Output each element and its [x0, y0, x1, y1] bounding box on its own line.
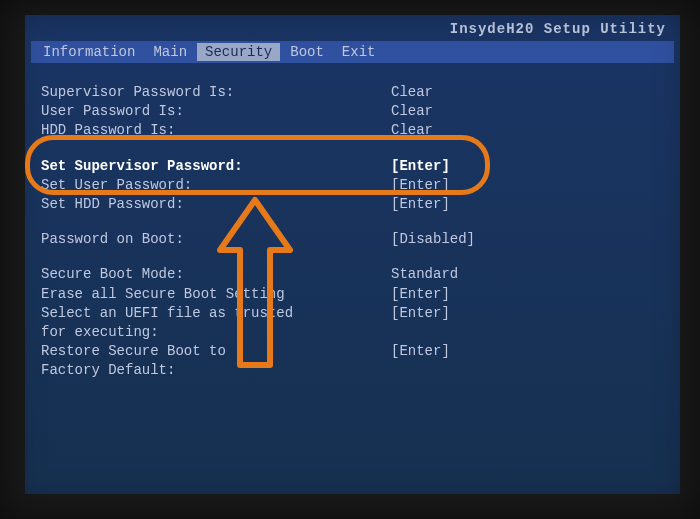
supervisor-status-value: Clear: [391, 83, 433, 101]
restore-secure-label-1: Restore Secure Boot to: [41, 342, 391, 360]
set-supervisor-value: [Enter]: [391, 157, 450, 175]
menu-information[interactable]: Information: [35, 43, 143, 61]
select-uefi-label-1: Select an UEFI file as trusted: [41, 304, 391, 322]
hdd-status-row: HDD Password Is: Clear: [41, 121, 664, 139]
restore-secure-row[interactable]: Restore Secure Boot to [Enter]: [41, 342, 664, 360]
secure-mode-value: Standard: [391, 265, 458, 283]
set-supervisor-row[interactable]: Set Supervisor Password: [Enter]: [41, 157, 664, 175]
select-uefi-label-2: for executing:: [41, 323, 391, 341]
bios-screen: InsydeH20 Setup Utility Information Main…: [25, 15, 680, 494]
user-status-row: User Password Is: Clear: [41, 102, 664, 120]
supervisor-status-row: Supervisor Password Is: Clear: [41, 83, 664, 101]
user-status-value: Clear: [391, 102, 433, 120]
pwd-on-boot-row[interactable]: Password on Boot: [Disabled]: [41, 230, 664, 248]
menu-bar: Information Main Security Boot Exit: [31, 41, 674, 63]
menu-security[interactable]: Security: [197, 43, 280, 61]
set-hdd-label: Set HDD Password:: [41, 195, 391, 213]
set-hdd-row[interactable]: Set HDD Password: [Enter]: [41, 195, 664, 213]
pwd-on-boot-value: [Disabled]: [391, 230, 475, 248]
erase-secure-label: Erase all Secure Boot Setting: [41, 285, 391, 303]
supervisor-status-label: Supervisor Password Is:: [41, 83, 391, 101]
set-user-row[interactable]: Set User Password: [Enter]: [41, 176, 664, 194]
pwd-on-boot-label: Password on Boot:: [41, 230, 391, 248]
hdd-status-value: Clear: [391, 121, 433, 139]
select-uefi-row[interactable]: Select an UEFI file as trusted [Enter]: [41, 304, 664, 322]
content-area: Supervisor Password Is: Clear User Passw…: [31, 63, 674, 390]
erase-secure-value: [Enter]: [391, 285, 450, 303]
restore-secure-label-2: Factory Default:: [41, 361, 391, 379]
set-hdd-value: [Enter]: [391, 195, 450, 213]
restore-secure-row-2: Factory Default:: [41, 361, 664, 379]
select-uefi-value: [Enter]: [391, 304, 450, 322]
secure-mode-label: Secure Boot Mode:: [41, 265, 391, 283]
secure-mode-row: Secure Boot Mode: Standard: [41, 265, 664, 283]
select-uefi-row-2: for executing:: [41, 323, 664, 341]
utility-title: InsydeH20 Setup Utility: [31, 19, 674, 41]
menu-boot[interactable]: Boot: [282, 43, 332, 61]
set-user-value: [Enter]: [391, 176, 450, 194]
erase-secure-row[interactable]: Erase all Secure Boot Setting [Enter]: [41, 285, 664, 303]
restore-secure-value: [Enter]: [391, 342, 450, 360]
set-supervisor-label: Set Supervisor Password:: [41, 157, 391, 175]
menu-exit[interactable]: Exit: [334, 43, 384, 61]
user-status-label: User Password Is:: [41, 102, 391, 120]
set-user-label: Set User Password:: [41, 176, 391, 194]
menu-main[interactable]: Main: [145, 43, 195, 61]
hdd-status-label: HDD Password Is:: [41, 121, 391, 139]
